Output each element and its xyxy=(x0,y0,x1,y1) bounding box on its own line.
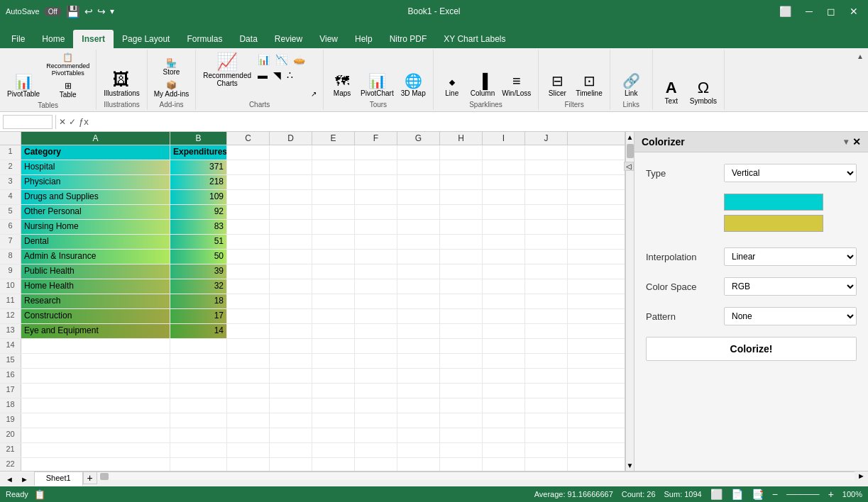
cell-g22[interactable] xyxy=(397,458,440,471)
cell-e11[interactable] xyxy=(312,294,355,308)
cell-c6[interactable] xyxy=(227,220,270,234)
cell-e8[interactable] xyxy=(312,250,355,264)
cell-h16[interactable] xyxy=(440,369,483,383)
cell-f17[interactable] xyxy=(355,384,397,398)
cell-g13[interactable] xyxy=(397,324,440,338)
cell-c22[interactable] xyxy=(227,458,270,471)
formula-input[interactable]: Category xyxy=(92,116,865,128)
tab-pagelayout[interactable]: Page Layout xyxy=(114,30,178,48)
cell-e22[interactable] xyxy=(312,458,355,471)
zoom-slider[interactable]: ────── xyxy=(786,490,820,498)
horizontal-scrollbar[interactable] xyxy=(97,472,855,480)
close-btn[interactable]: ✕ xyxy=(845,4,862,18)
cell-g3[interactable] xyxy=(397,175,440,189)
cell-h18[interactable] xyxy=(440,398,483,413)
cell-d17[interactable] xyxy=(270,384,312,398)
insert-function-icon[interactable]: ƒx xyxy=(79,116,89,127)
cell-c19[interactable] xyxy=(227,413,270,428)
store-button[interactable]: 🏪 Store xyxy=(152,57,191,77)
cell-j18[interactable] xyxy=(525,398,568,413)
colorizer-pattern-select[interactable]: None Solid Diagonal xyxy=(724,307,857,325)
pivotchart-button[interactable]: 📊 PivotChart xyxy=(358,72,397,99)
cell-g4[interactable] xyxy=(397,190,440,204)
link-button[interactable]: 🔗 Link xyxy=(617,72,645,99)
cell-g14[interactable] xyxy=(397,339,440,353)
cell-h3[interactable] xyxy=(440,175,483,189)
cell-f4[interactable] xyxy=(355,190,397,204)
next-sheet-button[interactable]: ► xyxy=(18,475,31,484)
cell-i14[interactable] xyxy=(483,339,525,353)
cell-c11[interactable] xyxy=(227,294,270,308)
cell-j19[interactable] xyxy=(525,413,568,428)
cell-c10[interactable] xyxy=(227,279,270,294)
column-chart-button[interactable]: 📊 xyxy=(256,52,272,67)
cell-g15[interactable] xyxy=(397,354,440,368)
cell-f10[interactable] xyxy=(355,279,397,294)
cell-a11[interactable]: Research xyxy=(21,294,170,308)
cell-i5[interactable] xyxy=(483,205,525,219)
cell-j7[interactable] xyxy=(525,235,568,249)
cell-i3[interactable] xyxy=(483,175,525,189)
cell-e16[interactable] xyxy=(312,369,355,383)
cell-j11[interactable] xyxy=(525,294,568,308)
cell-i15[interactable] xyxy=(483,354,525,368)
cell-f20[interactable] xyxy=(355,428,397,442)
cell-h11[interactable] xyxy=(440,294,483,308)
cell-i10[interactable] xyxy=(483,279,525,294)
cell-i19[interactable] xyxy=(483,413,525,428)
cell-j1[interactable] xyxy=(525,145,568,160)
area-chart-button[interactable]: ◥ xyxy=(271,68,283,82)
column-sparkline-button[interactable]: ▐ Column xyxy=(468,72,498,99)
cell-h14[interactable] xyxy=(440,339,483,353)
cell-e7[interactable] xyxy=(312,235,355,249)
cell-j17[interactable] xyxy=(525,384,568,398)
customize-icon[interactable]: ▾ xyxy=(110,6,114,16)
cell-g1[interactable] xyxy=(397,145,440,160)
cell-j2[interactable] xyxy=(525,160,568,174)
cell-e5[interactable] xyxy=(312,205,355,219)
tab-insert[interactable]: Insert xyxy=(73,30,114,48)
redo-icon[interactable]: ↪ xyxy=(97,6,106,17)
cell-h10[interactable] xyxy=(440,279,483,294)
cell-j5[interactable] xyxy=(525,205,568,219)
cell-a16[interactable] xyxy=(21,369,170,383)
cell-f8[interactable] xyxy=(355,250,397,264)
col-header-j[interactable]: J xyxy=(525,132,568,145)
tab-file[interactable]: File xyxy=(3,30,33,48)
cell-i4[interactable] xyxy=(483,190,525,204)
cell-b7[interactable]: 51 xyxy=(170,235,227,249)
scatter-chart-button[interactable]: ∴ xyxy=(285,68,295,82)
cell-a2[interactable]: Hospital xyxy=(21,160,170,174)
cell-g11[interactable] xyxy=(397,294,440,308)
save-icon[interactable]: 💾 xyxy=(66,5,80,18)
cell-b3[interactable]: 218 xyxy=(170,175,227,189)
cell-d3[interactable] xyxy=(270,175,312,189)
cell-j8[interactable] xyxy=(525,250,568,264)
symbols-button[interactable]: Ω Symbols xyxy=(687,78,720,107)
cell-d2[interactable] xyxy=(270,160,312,174)
cell-e20[interactable] xyxy=(312,428,355,442)
cell-g12[interactable] xyxy=(397,309,440,323)
cell-c15[interactable] xyxy=(227,354,270,368)
cell-e10[interactable] xyxy=(312,279,355,294)
cell-f7[interactable] xyxy=(355,235,397,249)
cell-e13[interactable] xyxy=(312,324,355,338)
cell-c4[interactable] xyxy=(227,190,270,204)
cell-i18[interactable] xyxy=(483,398,525,413)
cell-d18[interactable] xyxy=(270,398,312,413)
cell-j22[interactable] xyxy=(525,458,568,471)
cell-g18[interactable] xyxy=(397,398,440,413)
cell-c14[interactable] xyxy=(227,339,270,353)
prev-sheet-button[interactable]: ◄ xyxy=(3,475,16,484)
cell-b19[interactable] xyxy=(170,413,227,428)
cell-d4[interactable] xyxy=(270,190,312,204)
cell-h6[interactable] xyxy=(440,220,483,234)
cell-e18[interactable] xyxy=(312,398,355,413)
cell-f6[interactable] xyxy=(355,220,397,234)
cell-f22[interactable] xyxy=(355,458,397,471)
cell-a15[interactable] xyxy=(21,354,170,368)
cell-c16[interactable] xyxy=(227,369,270,383)
table-button[interactable]: ⊞ Table xyxy=(44,79,92,100)
cell-a21[interactable] xyxy=(21,443,170,457)
cell-i6[interactable] xyxy=(483,220,525,234)
